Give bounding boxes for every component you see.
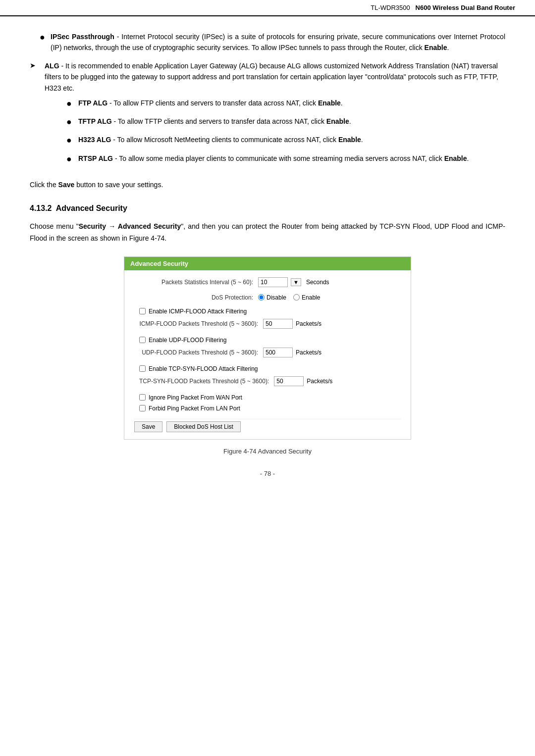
- forbid-ping-lan-checkbox[interactable]: [139, 405, 146, 411]
- tcp-threshold-row: TCP-SYN-FLOOD Packets Threshold (5 ~ 360…: [139, 376, 401, 386]
- h323-alg-text: H323 ALG - To allow Microsoft NetMeeting…: [78, 134, 363, 145]
- udp-threshold-label: UDP-FLOOD Packets Threshold (5 ~ 3600):: [139, 349, 258, 356]
- save-button[interactable]: Save: [134, 421, 162, 432]
- tcp-checkbox-row[interactable]: Enable TCP-SYN-FLOOD Attack Filtering: [139, 365, 401, 372]
- packets-stats-label: Packets Statistics Interval (5 ~ 60):: [134, 279, 253, 286]
- ping-options: Ignore Ping Packet From WAN Port Forbid …: [134, 394, 401, 412]
- alg-arrow: ➤: [30, 61, 42, 69]
- dos-label: DoS Protection:: [134, 294, 253, 301]
- dos-disable-label[interactable]: Disable: [258, 294, 286, 301]
- udp-checkbox-row[interactable]: Enable UDP-FLOOD Filtering: [139, 337, 401, 344]
- dos-enable-radio[interactable]: [293, 294, 300, 301]
- adv-security-header: Advanced Security: [124, 257, 411, 270]
- udp-checkbox-label: Enable UDP-FLOOD Filtering: [149, 337, 226, 344]
- ftp-alg-text: FTP ALG - To allow FTP clients and serve…: [78, 98, 343, 108]
- adv-security-body: Packets Statistics Interval (5 ~ 60): ▼ …: [124, 270, 411, 439]
- alg-text: ALG - It is recommended to enable Applic…: [45, 62, 498, 92]
- dos-enable-label[interactable]: Enable: [293, 294, 320, 301]
- dos-protection-row: DoS Protection: Disable Enable: [134, 294, 401, 301]
- udp-threshold-controls: Packets/s: [263, 348, 321, 357]
- blocked-dos-button[interactable]: Blocked DoS Host List: [166, 421, 240, 432]
- dos-disable-radio[interactable]: [258, 294, 265, 301]
- ignore-ping-wan-checkbox[interactable]: [139, 394, 146, 401]
- page-header: TL-WDR3500 N600 Wireless Dual Band Route…: [0, 0, 535, 16]
- save-line: Click the Save button to save your setti…: [30, 179, 505, 190]
- ignore-ping-wan-label: Ignore Ping Packet From WAN Port: [149, 394, 242, 401]
- packets-stats-row: Packets Statistics Interval (5 ~ 60): ▼ …: [134, 277, 401, 287]
- product-label: N600 Wireless Dual Band Router: [416, 4, 515, 11]
- forbid-ping-lan-row[interactable]: Forbid Ping Packet From LAN Port: [139, 405, 401, 412]
- icmp-threshold-input[interactable]: [263, 319, 293, 329]
- section-heading: 4.13.2 Advanced Security: [30, 204, 505, 213]
- forbid-ping-lan-label: Forbid Ping Packet From LAN Port: [149, 405, 240, 412]
- sub-bullets: ● FTP ALG - To allow FTP clients and ser…: [66, 98, 505, 165]
- icmp-flood-group: Enable ICMP-FLOOD Attack Filtering ICMP-…: [134, 308, 401, 329]
- icmp-threshold-controls: Packets/s: [263, 319, 321, 329]
- icmp-checkbox[interactable]: [139, 308, 146, 314]
- figure-caption: Figure 4-74 Advanced Security: [30, 448, 505, 455]
- tftp-alg-text: TFTP ALG - To allow TFTP clients and ser…: [78, 116, 351, 127]
- packets-stats-input[interactable]: [258, 277, 288, 287]
- content-area: ● IPSec Passthrough - Internet Protocol …: [0, 16, 535, 756]
- ftp-alg-item: ● FTP ALG - To allow FTP clients and ser…: [66, 98, 505, 110]
- icmp-threshold-row: ICMP-FLOOD Packets Threshold (5 ~ 3600):…: [139, 319, 401, 329]
- tcp-threshold-input[interactable]: [274, 376, 304, 386]
- sub-bullet-dot-tftp: ●: [66, 116, 75, 128]
- udp-threshold-unit: Packets/s: [296, 349, 321, 356]
- alg-section: ➤ ALG - It is recommended to enable Appl…: [30, 60, 505, 171]
- rtsp-alg-text: RTSP ALG - To allow some media player cl…: [78, 153, 469, 164]
- tcp-threshold-controls: Packets/s: [274, 376, 332, 386]
- icmp-checkbox-label: Enable ICMP-FLOOD Attack Filtering: [149, 308, 247, 315]
- packets-stats-controls: ▼ Seconds: [258, 277, 329, 287]
- packets-stats-dropdown-icon[interactable]: ▼: [291, 278, 301, 286]
- icmp-checkbox-row[interactable]: Enable ICMP-FLOOD Attack Filtering: [139, 308, 401, 315]
- section-intro: Choose menu "Security → Advanced Securit…: [30, 221, 505, 245]
- icmp-threshold-unit: Packets/s: [296, 320, 321, 327]
- rtsp-alg-item: ● RTSP ALG - To allow some media player …: [66, 153, 505, 165]
- tcp-checkbox[interactable]: [139, 365, 146, 372]
- advanced-security-box: Advanced Security Packets Statistics Int…: [124, 256, 411, 440]
- packets-stats-unit: Seconds: [306, 279, 329, 286]
- ipsec-bullet: ● IPSec Passthrough - Internet Protocol …: [30, 31, 505, 53]
- bullet-dot: ●: [40, 31, 49, 44]
- icmp-threshold-label: ICMP-FLOOD Packets Threshold (5 ~ 3600):: [139, 320, 258, 327]
- sub-bullet-dot-rtsp: ●: [66, 153, 75, 165]
- tcp-checkbox-label: Enable TCP-SYN-FLOOD Attack Filtering: [149, 365, 258, 372]
- udp-checkbox[interactable]: [139, 337, 146, 343]
- button-row: Save Blocked DoS Host List: [134, 419, 401, 432]
- page-number: - 78 -: [30, 470, 505, 477]
- udp-threshold-row: UDP-FLOOD Packets Threshold (5 ~ 3600): …: [139, 348, 401, 357]
- model-label: TL-WDR3500: [371, 4, 410, 11]
- h323-alg-item: ● H323 ALG - To allow Microsoft NetMeeti…: [66, 134, 505, 147]
- tcp-flood-group: Enable TCP-SYN-FLOOD Attack Filtering TC…: [134, 365, 401, 386]
- sub-bullet-dot-h323: ●: [66, 134, 75, 147]
- udp-threshold-input[interactable]: [263, 348, 293, 357]
- tftp-alg-item: ● TFTP ALG - To allow TFTP clients and s…: [66, 116, 505, 128]
- dos-radio-group: Disable Enable: [258, 294, 320, 301]
- sub-bullet-dot-ftp: ●: [66, 98, 75, 110]
- udp-flood-group: Enable UDP-FLOOD Filtering UDP-FLOOD Pac…: [134, 337, 401, 357]
- ignore-ping-wan-row[interactable]: Ignore Ping Packet From WAN Port: [139, 394, 401, 401]
- tcp-threshold-label: TCP-SYN-FLOOD Packets Threshold (5 ~ 360…: [139, 378, 269, 385]
- ipsec-text: IPSec Passthrough - Internet Protocol se…: [51, 31, 505, 53]
- tcp-threshold-unit: Packets/s: [307, 378, 332, 385]
